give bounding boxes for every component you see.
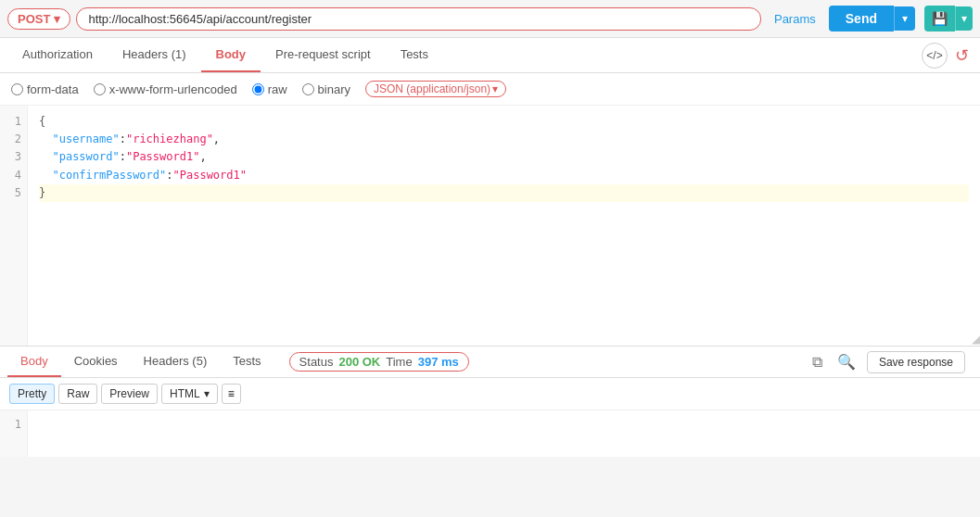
- fmt-preview-button[interactable]: Preview: [101, 384, 158, 404]
- json-badge[interactable]: JSON (application/json) ▾: [365, 81, 506, 97]
- option-binary[interactable]: binary: [302, 82, 350, 96]
- option-urlencoded[interactable]: x-www-form-urlencoded: [94, 82, 237, 96]
- format-bar: Pretty Raw Preview HTML ▾ ≡: [0, 378, 980, 410]
- tab-headers[interactable]: Headers (1): [108, 38, 201, 72]
- format-select-icon: ▾: [204, 387, 210, 400]
- save-dropdown-button[interactable]: ▾: [955, 6, 973, 31]
- code-button[interactable]: </>: [922, 43, 948, 69]
- radio-form-data[interactable]: [11, 83, 23, 95]
- bottom-tab-cookies[interactable]: Cookies: [61, 347, 131, 377]
- refresh-button[interactable]: ↺: [955, 45, 969, 66]
- code-icon: </>: [926, 49, 942, 62]
- bottom-right-actions: ⧉ 🔍 Save response: [808, 349, 973, 374]
- bottom-line-num-1: 1: [6, 416, 21, 434]
- body-options: form-data x-www-form-urlencoded raw bina…: [0, 73, 980, 106]
- status-circle: Status 200 OK Time 397 ms: [289, 352, 469, 372]
- method-label: POST: [18, 12, 50, 26]
- line-num-2: 2: [6, 131, 21, 148]
- bottom-tab-bar: Body Cookies Headers (5) Tests Status 20…: [0, 347, 980, 378]
- option-raw[interactable]: raw: [252, 82, 287, 96]
- save-icon: 💾: [932, 11, 948, 26]
- send-group: Send ▾: [829, 6, 915, 32]
- save-group: 💾 ▾: [921, 6, 973, 32]
- json-dropdown-icon: ▾: [492, 82, 498, 95]
- params-button[interactable]: Params: [767, 8, 823, 30]
- bottom-code-area[interactable]: [28, 410, 980, 457]
- send-button[interactable]: Send: [829, 6, 894, 32]
- line-num-5: 5: [6, 184, 21, 202]
- radio-urlencoded[interactable]: [94, 83, 106, 95]
- wrap-icon: ≡: [228, 387, 235, 400]
- bottom-editor: 1: [0, 410, 980, 457]
- line-num-4: 4: [6, 167, 21, 184]
- time-label: Time: [386, 355, 412, 369]
- refresh-icon: ↺: [955, 46, 969, 65]
- method-dropdown-icon: ▾: [54, 12, 60, 26]
- bottom-line-numbers: 1: [0, 410, 28, 457]
- resize-handle[interactable]: ◢: [967, 333, 980, 346]
- tab-authorization[interactable]: Authorization: [7, 38, 108, 72]
- code-editor[interactable]: { "username":"richiezhang", "password":"…: [28, 106, 980, 346]
- save-response-button[interactable]: Save response: [867, 351, 965, 373]
- tab-bar: Authorization Headers (1) Body Pre-reque…: [0, 38, 980, 73]
- send-dropdown-button[interactable]: ▾: [894, 6, 915, 31]
- copy-icon: ⧉: [812, 354, 822, 370]
- time-value: 397 ms: [418, 355, 459, 369]
- method-button[interactable]: POST ▾: [7, 8, 70, 30]
- tab-body[interactable]: Body: [201, 38, 261, 72]
- tab-bar-right: </> ↺: [922, 43, 973, 69]
- tab-tests[interactable]: Tests: [386, 38, 443, 72]
- bottom-tab-body[interactable]: Body: [7, 347, 61, 377]
- search-button[interactable]: 🔍: [834, 349, 859, 374]
- editor-area: 1 2 3 4 5 { "username":"richiezhang", "p…: [0, 106, 980, 347]
- line-num-1: 1: [6, 113, 21, 131]
- copy-button[interactable]: ⧉: [808, 350, 826, 374]
- bottom-tab-headers[interactable]: Headers (5): [131, 347, 221, 377]
- fmt-pretty-button[interactable]: Pretty: [9, 384, 55, 404]
- wrap-button[interactable]: ≡: [222, 384, 241, 404]
- url-input[interactable]: [76, 7, 761, 31]
- format-select-label: HTML: [170, 387, 200, 400]
- format-select[interactable]: HTML ▾: [161, 384, 218, 404]
- search-icon: 🔍: [837, 354, 856, 370]
- tab-pre-request[interactable]: Pre-request script: [261, 38, 386, 72]
- option-form-data[interactable]: form-data: [11, 82, 79, 96]
- top-bar: POST ▾ Params Send ▾ 💾 ▾: [0, 0, 980, 38]
- radio-binary[interactable]: [302, 83, 314, 95]
- bottom-tab-tests[interactable]: Tests: [220, 347, 274, 377]
- status-label: Status: [299, 355, 334, 369]
- fmt-raw-button[interactable]: Raw: [58, 384, 97, 404]
- line-num-3: 3: [6, 148, 21, 166]
- status-value: 200 OK: [338, 355, 380, 369]
- line-numbers: 1 2 3 4 5: [0, 106, 28, 346]
- status-info: Status 200 OK Time 397 ms: [289, 352, 469, 372]
- json-badge-label: JSON (application/json): [374, 82, 490, 95]
- bottom-panel: Body Cookies Headers (5) Tests Status 20…: [0, 347, 980, 457]
- save-icon-button[interactable]: 💾: [924, 6, 955, 32]
- radio-raw[interactable]: [252, 83, 264, 95]
